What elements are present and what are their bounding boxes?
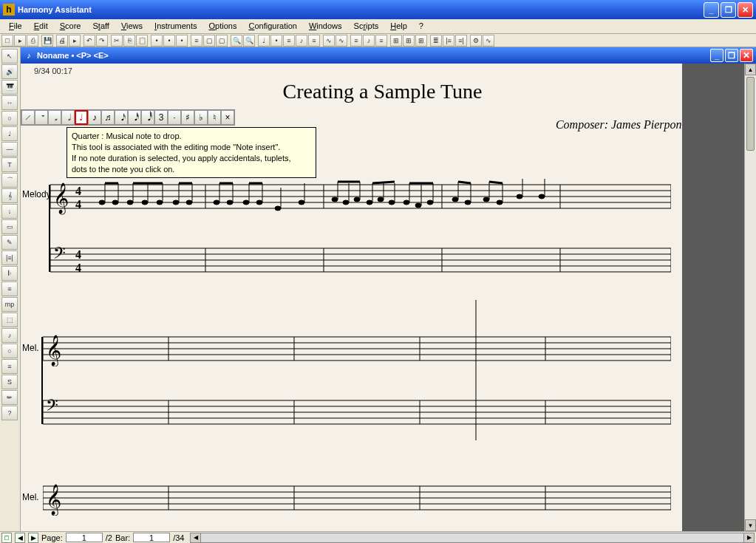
minimize-button[interactable]: _ (704, 2, 719, 18)
toolbar-button[interactable]: • (270, 35, 282, 47)
toolbar-button[interactable]: ⎙ (27, 35, 38, 47)
note-duration-button[interactable]: 𝄻 (35, 110, 48, 125)
note-duration-button[interactable]: ♮ (208, 110, 221, 125)
toolbar-button[interactable]: ▢ (203, 35, 215, 47)
note-duration-button[interactable]: ⟋ (21, 110, 35, 125)
sidebar-tool-button[interactable]: 𝄞 (1, 188, 18, 203)
toolbar-button[interactable]: ⊞ (390, 35, 402, 47)
toolbar-button[interactable]: ♪ (363, 35, 375, 47)
status-next-icon[interactable]: ▶ (28, 533, 38, 543)
toolbar-button[interactable]: ⊞ (403, 35, 415, 47)
toolbar-button[interactable]: ≡ (375, 35, 387, 47)
menu-score[interactable]: Score (54, 21, 87, 32)
scroll-down-icon[interactable]: ▼ (745, 519, 756, 531)
note-duration-button[interactable]: · (168, 110, 181, 125)
toolbar-button[interactable]: ≡ (191, 35, 202, 47)
toolbar-button[interactable]: ♪ (296, 35, 307, 47)
staff-system2-bass[interactable]: 𝄢 (43, 395, 671, 430)
menu-question[interactable]: ? (413, 21, 429, 32)
toolbar-button[interactable]: ✂ (111, 35, 123, 47)
sidebar-tool-button[interactable]: ⌒ (1, 173, 18, 188)
note-duration-button[interactable]: 3 (154, 110, 168, 125)
sidebar-tool-button[interactable]: 🎹 (1, 80, 18, 95)
staff-system2-treble[interactable]: 𝄞 (43, 331, 671, 366)
staff-system3-treble[interactable]: 𝄞 (43, 480, 671, 516)
scroll-up-icon[interactable]: ▲ (745, 64, 756, 75)
sidebar-tool-button[interactable]: ✏ (1, 390, 18, 405)
sidebar-tool-button[interactable]: ≡ (1, 281, 18, 296)
hscroll-left-icon[interactable]: ◀ (191, 533, 201, 542)
menu-scripts[interactable]: Scripts (348, 21, 385, 32)
toolbar-button[interactable]: ≡| (455, 35, 467, 47)
toolbar-button[interactable]: ♩ (258, 35, 270, 47)
note-duration-button[interactable]: 𝅘𝅥𝅯 (115, 110, 128, 125)
toolbar-button[interactable]: ▢ (216, 35, 228, 47)
menu-file[interactable]: File (3, 21, 28, 32)
menu-edit[interactable]: Edit (28, 21, 54, 32)
note-duration-button[interactable]: 𝅘𝅥𝅰 (128, 110, 141, 125)
sidebar-tool-button[interactable]: ↓ (1, 204, 18, 219)
note-duration-button[interactable]: × (221, 110, 234, 125)
status-icon[interactable]: □ (1, 533, 12, 543)
toolbar-button[interactable]: ≡ (283, 35, 295, 47)
sidebar-tool-button[interactable]: — (1, 142, 18, 157)
toolbar-button[interactable]: ≡ (350, 35, 362, 47)
toolbar-button[interactable]: • (163, 35, 175, 47)
sidebar-tool-button[interactable]: ≡ (1, 359, 18, 374)
staff-melody-treble[interactable]: 𝄞 4 4 (50, 179, 671, 217)
vertical-scrollbar[interactable]: ▲ ▼ (744, 64, 756, 531)
menu-help[interactable]: Help (384, 21, 413, 32)
toolbar-button[interactable]: ≣ (430, 35, 442, 47)
sidebar-tool-button[interactable]: ↖ (1, 49, 18, 64)
toolbar-button[interactable]: ∿ (336, 35, 347, 47)
note-duration-button[interactable]: ♭ (194, 110, 208, 125)
close-button[interactable]: ✕ (738, 2, 753, 18)
sidebar-tool-button[interactable]: ♪ (1, 328, 18, 343)
status-prev-icon[interactable]: ◀ (15, 533, 25, 543)
sidebar-tool-button[interactable]: T (1, 157, 18, 172)
toolbar-button[interactable]: ≡ (308, 35, 320, 47)
sidebar-tool-button[interactable]: ? (1, 406, 18, 420)
toolbar-button[interactable]: 🖨 (56, 35, 68, 47)
note-duration-button[interactable]: 𝅗 (48, 110, 61, 125)
doc-close-button[interactable]: ✕ (740, 49, 753, 62)
toolbar-button[interactable]: 🔍 (231, 35, 242, 47)
toolbar-button[interactable]: □ (1, 35, 13, 47)
sidebar-tool-button[interactable]: ♩ (1, 126, 18, 141)
note-duration-button[interactable]: 𝅗𝅥 (61, 110, 75, 125)
sidebar-tool-button[interactable]: ↔ (1, 95, 18, 110)
sidebar-tool-button[interactable]: ✎ (1, 235, 18, 250)
page-input[interactable] (66, 533, 103, 542)
bar-input[interactable] (133, 533, 170, 542)
staff-melody-bass[interactable]: 𝄢 4 4 (50, 242, 671, 278)
toolbar-button[interactable]: • (176, 35, 188, 47)
toolbar-button[interactable]: 🔍 (243, 35, 255, 47)
toolbar-button[interactable]: ∿ (323, 35, 335, 47)
menu-instruments[interactable]: Instruments (149, 21, 202, 32)
sidebar-tool-button[interactable]: ○ (1, 344, 18, 358)
toolbar-button[interactable]: • (151, 35, 163, 47)
scroll-thumb[interactable] (746, 77, 755, 151)
toolbar-button[interactable]: ∿ (483, 35, 494, 47)
sidebar-tool-button[interactable]: S (1, 375, 18, 389)
toolbar-button[interactable]: ↶ (84, 35, 95, 47)
note-duration-button[interactable]: ♩ (75, 110, 88, 125)
menu-windows[interactable]: Windows (303, 21, 348, 32)
doc-maximize-button[interactable]: ❐ (725, 49, 738, 62)
note-duration-button[interactable]: ♪ (88, 110, 101, 125)
note-duration-button[interactable]: 𝅘𝅥𝅱 (141, 110, 154, 125)
menu-configuration[interactable]: Configuration (242, 21, 302, 32)
toolbar-button[interactable]: ⚙ (470, 35, 482, 47)
toolbar-button[interactable]: 💾 (41, 35, 53, 47)
sidebar-tool-button[interactable]: mp (1, 297, 18, 312)
sidebar-tool-button[interactable]: ○ (1, 111, 18, 126)
sidebar-tool-button[interactable]: ⬚ (1, 313, 18, 327)
toolbar-button[interactable]: ▸ (69, 35, 81, 47)
toolbar-button[interactable]: 📋 (136, 35, 148, 47)
hscroll-right-icon[interactable]: ▶ (743, 533, 754, 542)
horizontal-scrollbar[interactable]: ◀ ▶ (190, 533, 755, 543)
sidebar-tool-button[interactable]: 𝄆 (1, 266, 18, 281)
toolbar-button[interactable]: ⊞ (415, 35, 427, 47)
score-page[interactable]: 9/34 00:17 Creating a Sample Tune Compos… (21, 64, 744, 531)
toolbar-button[interactable]: ▸ (14, 35, 26, 47)
